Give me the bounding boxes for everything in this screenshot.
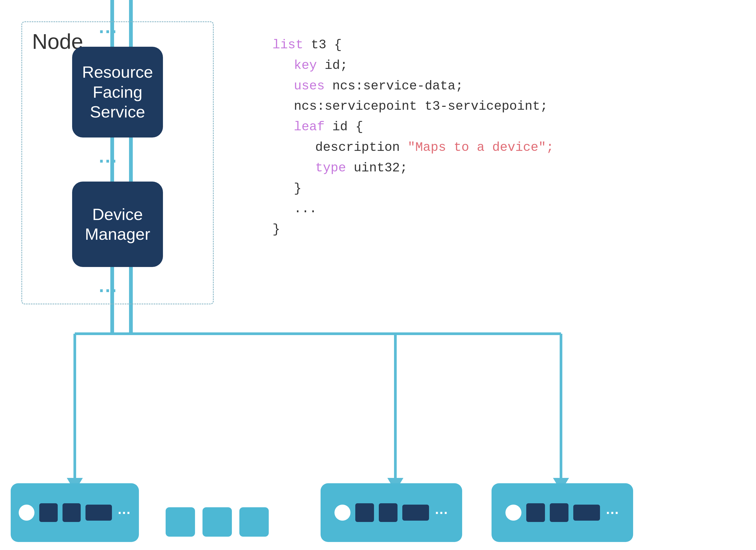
rfs-box: ResourceFacingService (72, 47, 163, 138)
rfs-label: ResourceFacingService (82, 62, 153, 122)
device-circle-1 (19, 505, 34, 521)
device-icon-4: ··· (492, 483, 633, 542)
device-rect-4 (573, 505, 600, 521)
kw-uses: uses (294, 79, 325, 93)
code-line-5: leaf id { (272, 117, 554, 137)
device-square-4a (526, 503, 545, 522)
device-ellipsis-1: ··· (118, 505, 131, 521)
small-squares-group (166, 507, 269, 542)
code-line-9: ... (272, 199, 554, 219)
small-sq-3 (239, 507, 269, 537)
dots-between: ... (99, 146, 118, 167)
code-block: list t3 { key id; uses ncs:service-data;… (272, 35, 554, 240)
device-icon-1: ··· (11, 483, 139, 542)
small-sq-2 (202, 507, 232, 537)
kw-type: type (315, 161, 346, 175)
code-line-2: key id; (272, 55, 554, 76)
device-square-3b (379, 503, 398, 522)
device-rect-1 (85, 505, 112, 521)
device-icon-3: ··· (321, 483, 462, 542)
diagram-container: Node ... ResourceFacingService ... Devic… (0, 0, 756, 550)
code-line-4: ncs:servicepoint t3-servicepoint; (272, 96, 554, 117)
code-line-8: } (272, 178, 554, 199)
device-ellipsis-3: ··· (435, 505, 448, 521)
device-square-1a (39, 503, 58, 522)
code-line-1: list t3 { (272, 35, 554, 55)
device-square-3a (355, 503, 374, 522)
dm-label: DeviceManager (85, 205, 150, 244)
device-ellipsis-4: ··· (606, 505, 619, 521)
kw-key: key (294, 58, 317, 73)
device-square-4b (550, 503, 568, 522)
kw-leaf: leaf (294, 120, 325, 134)
device-square-1b (63, 503, 81, 522)
dots-below-dm: ... (99, 275, 118, 296)
code-line-10: } (272, 219, 554, 240)
code-line-6: description "Maps to a device"; (272, 137, 554, 158)
device-circle-4 (505, 505, 521, 521)
kw-list: list (272, 38, 303, 52)
code-string-1: "Maps to a device"; (408, 140, 554, 155)
device-circle-3 (334, 505, 350, 521)
dm-box: DeviceManager (72, 182, 163, 267)
code-line-7: type uint32; (272, 158, 554, 178)
code-line-3: uses ncs:service-data; (272, 76, 554, 96)
small-sq-1 (166, 507, 195, 537)
device-rect-3 (402, 505, 429, 521)
dots-above-rfs: ... (99, 16, 118, 37)
